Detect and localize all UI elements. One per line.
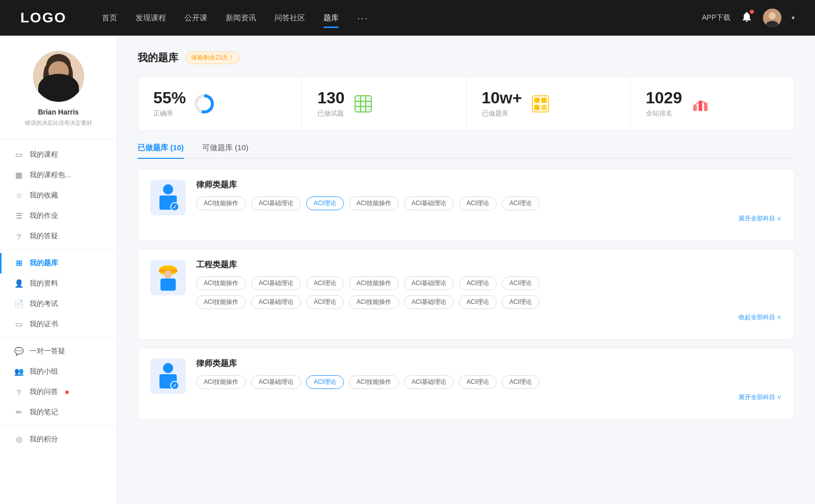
lawyer-figure-icon: ✓ <box>155 183 181 212</box>
rank-label: 全站排名 <box>646 109 682 118</box>
tag-active[interactable]: ACI理论 <box>306 375 344 389</box>
sidebar-item-my-questions[interactable]: ? 我的答疑 <box>0 226 117 246</box>
stat-done-qbanks: 10w+ 已做题库 <box>467 77 631 130</box>
qbank-engineer-tags-row2: ACI技能操作 ACI基础理论 ACI理论 ACI技能操作 ACI基础理论 AC… <box>196 295 782 309</box>
sidebar-item-favorites[interactable]: ☆ 我的收藏 <box>0 185 117 206</box>
tag[interactable]: ACI理论 <box>306 295 344 309</box>
tag[interactable]: ACI理论 <box>459 197 497 210</box>
qbank-lawyer-2-title: 律师类题库 <box>196 358 782 369</box>
sidebar-item-homework[interactable]: ☰ 我的作业 <box>0 206 117 226</box>
done-questions-icon <box>353 94 373 114</box>
qbank-card-lawyer-1: ✓ 律师类题库 ACI技能操作 ACI基础理论 ACI理论 ACI技能操作 AC… <box>138 169 795 241</box>
tag[interactable]: ACI理论 <box>459 375 497 389</box>
svg-point-8 <box>65 64 73 87</box>
svg-rect-13 <box>355 96 371 112</box>
stat-done-questions: 130 已做试题 <box>302 77 466 130</box>
tag[interactable]: ACI基础理论 <box>251 295 301 309</box>
user-avatar[interactable] <box>763 9 781 27</box>
engineer-icon-wrap <box>150 260 186 295</box>
expand-lawyer-1-link[interactable]: 展开全部科目 ∨ <box>196 214 782 223</box>
nav-link-discover[interactable]: 发现课程 <box>135 11 166 25</box>
sidebar-item-exams[interactable]: 📄 我的考试 <box>0 294 117 314</box>
tab-available-qbanks[interactable]: 可做题库 (10) <box>202 143 249 158</box>
nav-link-qbank[interactable]: 题库 <box>323 11 339 25</box>
sidebar-menu: ▭ 我的课程 ▦ 我的课程包... ☆ 我的收藏 ☰ 我的作业 ? 我的答疑 ⊞ <box>0 145 117 450</box>
sidebar-divider-1 <box>0 249 117 250</box>
sidebar-item-certificates[interactable]: ▭ 我的证书 <box>0 314 117 334</box>
sidebar: Brian Harris 错误的决定比没有决定要好 ▭ 我的课程 ▦ 我的课程包… <box>0 36 117 504</box>
qbank-card-engineer: 工程类题库 ACI技能操作 ACI基础理论 ACI理论 ACI技能操作 ACI基… <box>138 249 795 340</box>
svg-point-7 <box>43 64 53 89</box>
sidebar-item-profile-data[interactable]: 👤 我的资料 <box>0 273 117 294</box>
tag[interactable]: ACI基础理论 <box>404 295 454 309</box>
tag[interactable]: ACI技能操作 <box>349 375 399 389</box>
tag[interactable]: ACI基础理论 <box>251 197 301 210</box>
tag[interactable]: ACI理论 <box>306 276 344 290</box>
main-content: 我的题库 体验剩余23天！ 55% 正确率 130 已做试题 <box>117 36 815 504</box>
qbank-card-lawyer-2: ✓ 律师类题库 ACI技能操作 ACI基础理论 ACI理论 ACI技能操作 AC… <box>138 348 795 419</box>
svg-rect-19 <box>534 98 539 103</box>
svg-rect-22 <box>541 105 547 110</box>
tag[interactable]: ACI技能操作 <box>196 375 246 389</box>
top-navigation: LOGO 首页 发现课程 公开课 新闻资讯 问答社区 题库 ··· APP下载 … <box>0 0 815 36</box>
tag[interactable]: ACI技能操作 <box>349 295 399 309</box>
tag[interactable]: ACI技能操作 <box>349 197 399 210</box>
nav-link-qa[interactable]: 问答社区 <box>275 11 305 25</box>
tag[interactable]: ACI技能操作 <box>349 276 399 290</box>
nav-link-home[interactable]: 首页 <box>102 11 117 25</box>
tag[interactable]: ACI基础理论 <box>404 276 454 290</box>
stats-row: 55% 正确率 130 已做试题 <box>138 77 795 131</box>
notification-bell[interactable] <box>741 11 753 25</box>
nav-links: 首页 发现课程 公开课 新闻资讯 问答社区 题库 ··· <box>102 10 702 26</box>
sidebar-item-notes[interactable]: ✏ 我的笔记 <box>0 402 117 423</box>
sidebar-item-points[interactable]: ◎ 我的积分 <box>0 429 117 450</box>
sidebar-item-1on1-qa[interactable]: 💬 一对一答疑 <box>0 341 117 361</box>
qbank-lawyer-1-tags: ACI技能操作 ACI基础理论 ACI理论 ACI技能操作 ACI基础理论 AC… <box>196 197 782 210</box>
avatar-chevron-icon[interactable]: ▾ <box>792 14 795 21</box>
sidebar-item-my-qa[interactable]: ? 我的问答 <box>0 382 117 402</box>
tag[interactable]: ACI基础理论 <box>251 276 301 290</box>
tag[interactable]: ACI理论 <box>459 295 497 309</box>
tag[interactable]: ACI理论 <box>502 295 539 309</box>
sidebar-divider-3 <box>0 426 117 426</box>
expand-lawyer-2-link[interactable]: 展开全部科目 ∨ <box>196 393 782 402</box>
exams-icon: 📄 <box>14 299 23 309</box>
tag[interactable]: ACI理论 <box>502 197 539 210</box>
stat-rank: 1029 全站排名 <box>631 77 794 130</box>
tag[interactable]: ACI理论 <box>502 375 539 389</box>
groups-icon: 👥 <box>14 367 23 376</box>
nav-link-more[interactable]: ··· <box>357 10 369 26</box>
questions-icon: ? <box>14 232 23 241</box>
tag[interactable]: ACI技能操作 <box>196 295 246 309</box>
1on1-qa-icon: 💬 <box>14 347 23 356</box>
qbank-engineer-title: 工程类题库 <box>196 260 782 270</box>
sidebar-divider-2 <box>0 338 117 338</box>
done-qbanks-icon <box>530 94 551 114</box>
tag[interactable]: ACI理论 <box>502 276 539 290</box>
tag[interactable]: ACI基础理论 <box>404 197 454 210</box>
tag[interactable]: ACI理论 <box>459 276 497 290</box>
tab-done-qbanks[interactable]: 已做题库 (10) <box>138 143 184 158</box>
nav-link-news[interactable]: 新闻资讯 <box>226 11 256 25</box>
sidebar-item-qbank[interactable]: ⊞ 我的题库 <box>0 253 117 273</box>
sidebar-item-course-packages[interactable]: ▦ 我的课程包... <box>0 165 117 185</box>
lawyer-2-icon-wrap: ✓ <box>150 358 186 394</box>
tag[interactable]: ACI基础理论 <box>404 375 454 389</box>
svg-rect-21 <box>534 105 539 110</box>
tag[interactable]: ACI技能操作 <box>196 276 246 290</box>
sidebar-item-my-courses[interactable]: ▭ 我的课程 <box>0 145 117 165</box>
tag-active[interactable]: ACI理论 <box>306 197 344 210</box>
tabs-row: 已做题库 (10) 可做题库 (10) <box>138 143 795 159</box>
sidebar-item-groups[interactable]: 👥 我的小组 <box>0 361 117 382</box>
done-qbanks-value: 10w+ <box>482 90 522 106</box>
accuracy-label: 正确率 <box>153 109 186 118</box>
collapse-engineer-link[interactable]: 收起全部科目 ∧ <box>196 313 782 322</box>
app-download-button[interactable]: APP下载 <box>702 13 730 22</box>
svg-point-11 <box>47 81 70 90</box>
profile-avatar <box>33 51 84 102</box>
tag[interactable]: ACI基础理论 <box>251 375 301 389</box>
svg-rect-25 <box>704 103 708 111</box>
nav-link-opencourse[interactable]: 公开课 <box>184 11 207 25</box>
tag[interactable]: ACI技能操作 <box>196 197 246 210</box>
lawyer-2-figure-icon: ✓ <box>155 362 181 390</box>
